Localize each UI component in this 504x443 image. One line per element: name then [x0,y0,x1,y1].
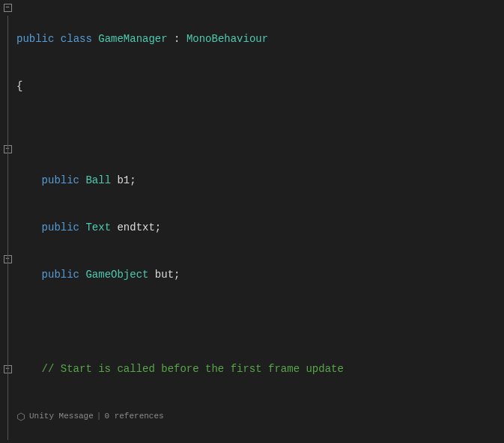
brace-open: { [16,79,504,94]
svg-marker-0 [18,413,25,421]
code-content[interactable]: public class GameManager : MonoBehaviour… [15,0,504,443]
unity-icon [16,412,25,421]
comment-start: // Start is called before the first fram… [16,361,504,377]
field-endtxt: public Text endtxt; [16,220,504,236]
fold-class-icon[interactable]: − [4,4,12,12]
class-declaration: public class GameManager : MonoBehaviour [16,31,504,47]
fold-gutter: − − − − [0,0,15,443]
codelens-unity[interactable]: Unity Message|0 references [16,409,504,424]
field-b1: public Ball b1; [16,173,504,189]
code-editor[interactable]: − − − − public class GameManager : MonoB… [0,0,504,443]
field-but: public GameObject but; [16,267,504,283]
